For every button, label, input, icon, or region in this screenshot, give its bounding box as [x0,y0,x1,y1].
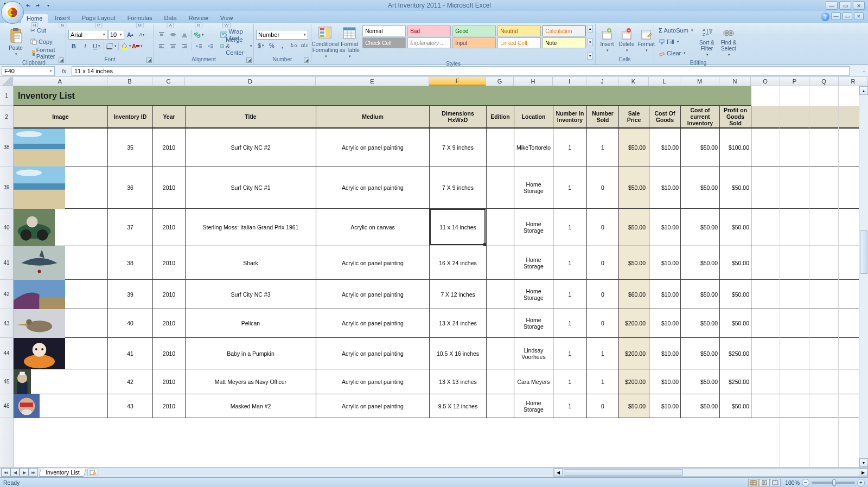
cell[interactable]: Pelican [186,309,316,337]
cell[interactable]: 0 [587,309,619,337]
doc-restore-button[interactable]: ▭ [843,12,852,20]
style-neutral[interactable]: Neutral [497,25,541,36]
cell[interactable]: 2010 [153,166,186,208]
increase-indent-button[interactable] [205,41,216,52]
font-dialog-launcher[interactable]: ◢ [146,57,152,63]
underline-button[interactable]: U▾ [91,41,102,52]
cell[interactable] [487,338,514,369]
style-note[interactable]: Note [542,37,586,48]
column-header-C[interactable]: C [152,77,185,86]
cell[interactable]: 42 [108,369,153,394]
cell[interactable]: 43 [108,394,153,418]
cell[interactable]: 1 [587,338,619,369]
cell[interactable]: Shark [186,246,316,279]
zoom-slider[interactable] [812,482,855,484]
cell[interactable]: Home Storage [514,394,553,418]
cell[interactable]: 1 [553,280,587,309]
column-header-B[interactable]: B [107,77,152,86]
column-header-N[interactable]: N [719,77,751,86]
sheet-nav-buttons[interactable]: ⏮◀▶⏭ [1,468,38,477]
cell[interactable]: Sterling Moss: Italian Grand Prix 1961 [186,209,316,246]
cell[interactable]: 38 [108,246,153,279]
help-button[interactable]: ? [821,12,829,21]
number-dialog-launcher[interactable]: ◢ [304,57,309,63]
cell[interactable] [487,246,514,279]
sort-filter-button[interactable]: AZSort & Filter▾ [697,25,717,59]
cell[interactable]: $50.00 [720,394,751,418]
cell[interactable]: $10.00 [649,166,681,208]
cell[interactable]: Acrylic on panel painting [316,309,430,337]
cell[interactable]: 1 [553,246,587,279]
cell[interactable]: $10.00 [649,129,681,166]
cell[interactable]: $50.00 [681,166,720,208]
cell[interactable]: $250.00 [720,338,751,369]
italic-button[interactable]: I [80,41,91,52]
tab-review[interactable]: ReviewR [183,13,214,23]
cell[interactable]: Home Storage [514,280,553,309]
cell[interactable]: 2010 [153,129,186,166]
column-header-P[interactable]: P [780,77,809,86]
zoom-in-button[interactable]: + [857,479,865,486]
cut-button[interactable]: ✂Cut [28,25,63,36]
insert-function-button[interactable]: fx [59,68,69,74]
bold-button[interactable]: B [68,41,79,52]
cell[interactable]: Lindsay Voorhees [514,338,553,369]
cell[interactable] [487,369,514,394]
cell[interactable]: $50.00 [681,280,720,309]
row-header-2[interactable]: 2 [0,106,13,129]
office-button[interactable] [1,1,24,24]
row-header-39[interactable]: 39 [0,166,13,209]
cell[interactable]: 40 [108,309,153,337]
cell[interactable]: $50.00 [720,166,751,208]
cell[interactable]: 13 X 13 inches [430,369,487,394]
cell[interactable]: 1 [553,369,587,394]
cell[interactable] [487,129,514,166]
cell[interactable]: 39 [108,280,153,309]
cell[interactable]: Acrylic on panel painting [316,394,430,418]
cell[interactable]: $50.00 [681,369,720,394]
fill-button[interactable]: Fill▾ [656,36,695,47]
align-left-button[interactable] [156,41,167,52]
cell[interactable]: $250.00 [720,369,751,394]
autosum-button[interactable]: ΣAutoSum▾ [656,25,695,36]
cell[interactable]: $50.00 [681,394,720,418]
cell[interactable] [14,280,108,309]
format-as-table-button[interactable]: Format as Table▾ [338,25,361,60]
tab-view[interactable]: ViewW [215,13,239,23]
clear-button[interactable]: Clear▾ [656,48,695,59]
cell[interactable]: $50.00 [619,209,649,246]
cell[interactable]: 2010 [153,309,186,337]
page-break-view-button[interactable] [770,479,781,486]
cell[interactable]: 0 [587,209,619,246]
name-box[interactable]: F40▾ [2,66,55,76]
font-color-button[interactable]: A▾ [132,41,143,52]
cell[interactable]: 2010 [153,209,186,246]
cell[interactable]: $50.00 [720,309,751,337]
cell[interactable]: 13 X 24 inches [430,309,487,337]
cell[interactable]: MikeTortorelo [514,129,553,166]
clipboard-dialog-launcher[interactable]: ◢ [59,57,64,63]
cell[interactable]: Cara Meyers [514,369,553,394]
cell[interactable]: 0 [587,246,619,279]
page-layout-view-button[interactable] [759,479,770,486]
decrease-indent-button[interactable] [194,41,205,52]
tab-page-layout[interactable]: Page LayoutP [76,13,121,23]
align-middle-button[interactable] [168,29,178,40]
cell[interactable] [487,209,514,246]
comma-button[interactable]: , [277,40,288,51]
style-input[interactable]: Input [452,37,496,48]
cell[interactable]: Home Storage [514,166,553,208]
column-header-E[interactable]: E [316,77,429,86]
tab-home[interactable]: HomeH [21,13,48,23]
merge-center-button[interactable]: Merge & Center▾ [218,41,254,52]
row-header-42[interactable]: 42 [0,280,13,309]
column-header-F[interactable]: F [429,77,486,86]
insert-cells-button[interactable]: Insert▾ [598,25,616,55]
column-header-M[interactable]: M [680,77,719,86]
cell[interactable]: 1 [553,309,587,337]
cell[interactable]: $50.00 [720,280,751,309]
cell[interactable]: 10.5 X 16 inches [430,338,487,369]
column-header-G[interactable]: G [486,77,514,86]
cell[interactable]: Acrylic on panel painting [316,246,430,279]
alignment-dialog-launcher[interactable]: ◢ [246,57,252,63]
